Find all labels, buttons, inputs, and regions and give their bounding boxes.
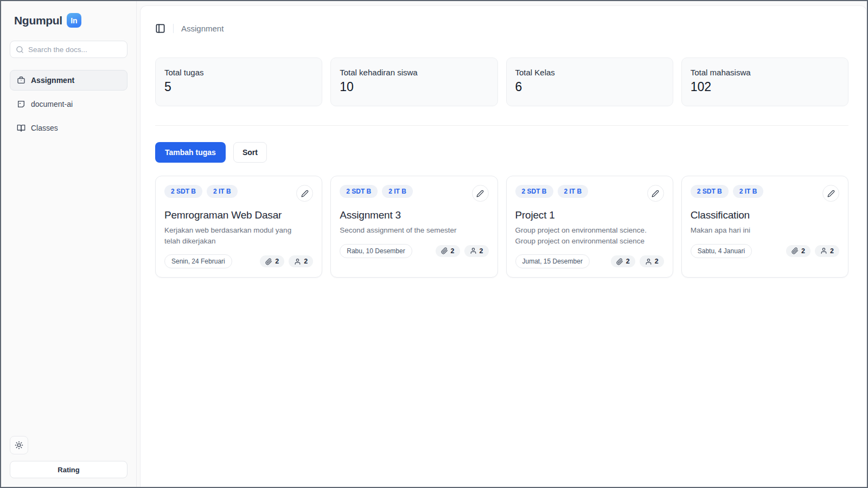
- stat-value: 5: [164, 80, 313, 94]
- user-icon: [820, 247, 827, 254]
- app-window: Ngumpul In Assignment document-ai: [1, 1, 867, 487]
- toolbar: Tambah tugas Sort: [155, 142, 848, 163]
- page-title: Assignment: [181, 24, 224, 33]
- assignment-title: Classification: [691, 209, 839, 221]
- people-count: 2: [464, 245, 489, 257]
- pencil-icon: [827, 190, 835, 197]
- paperclip-icon: [616, 258, 623, 265]
- user-icon: [294, 258, 301, 265]
- class-badge: 2 IT B: [558, 185, 589, 198]
- stats-row: Total tugas 5 Total kehadiran siswa 10 T…: [155, 57, 848, 106]
- sidebar-toggle-icon[interactable]: [155, 23, 165, 34]
- due-date-pill: Jumat, 15 Desember: [515, 254, 590, 268]
- people-value: 2: [655, 258, 659, 265]
- class-badge: 2 IT B: [207, 185, 238, 198]
- sidebar-footer: Rating: [10, 436, 127, 478]
- edit-assignment-button[interactable]: [296, 185, 313, 202]
- logo: Ngumpul In: [10, 9, 127, 28]
- stat-card-total-kelas: Total Kelas 6: [506, 57, 673, 106]
- assignment-title: Assignment 3: [340, 209, 488, 221]
- stat-label: Total mahasiswa: [691, 68, 839, 77]
- assignment-title: Project 1: [515, 209, 664, 221]
- people-count: 2: [815, 245, 839, 257]
- attachments-count: 2: [611, 255, 635, 267]
- stat-value: 10: [340, 80, 488, 94]
- class-badge: 2 IT B: [733, 185, 764, 198]
- assignment-card[interactable]: 2 SDT B 2 IT B Pemrograman Web Dasar Ker…: [155, 176, 322, 278]
- edit-assignment-button[interactable]: [472, 185, 489, 202]
- stat-value: 102: [691, 80, 839, 94]
- sidebar-item-label: document-ai: [31, 100, 73, 108]
- stat-card-total-kehadiran: Total kehadiran siswa 10: [330, 57, 497, 106]
- paperclip-icon: [441, 247, 448, 254]
- assignment-description: Group project on environmental science. …: [515, 225, 648, 246]
- assignment-cards: 2 SDT B 2 IT B Pemrograman Web Dasar Ker…: [155, 176, 848, 278]
- sidebar-item-label: Assignment: [31, 76, 74, 85]
- attachments-value: 2: [451, 247, 455, 255]
- assignment-card[interactable]: 2 SDT B 2 IT B Project 1 Group project o…: [506, 176, 673, 278]
- sidebar-item-document-ai[interactable]: document-ai: [10, 94, 127, 114]
- assignment-card[interactable]: 2 SDT B 2 IT B Assignment 3 Second assig…: [330, 176, 497, 278]
- pencil-icon: [301, 190, 309, 197]
- book-open-icon: [17, 124, 25, 132]
- attachments-value: 2: [275, 258, 279, 265]
- people-value: 2: [480, 247, 483, 255]
- theme-toggle-button[interactable]: [10, 436, 28, 454]
- paperclip-icon: [792, 247, 799, 254]
- due-date-pill: Senin, 24 Februari: [164, 254, 232, 268]
- class-badge: 2 IT B: [382, 185, 413, 198]
- user-icon: [645, 258, 652, 265]
- paperclip-icon: [265, 258, 272, 265]
- breadcrumb-separator: [173, 24, 174, 33]
- pencil-icon: [476, 190, 484, 197]
- assignment-description: Second assignment of the semester: [340, 225, 473, 236]
- stat-label: Total kehadiran siswa: [340, 68, 488, 77]
- sidebar-item-classes[interactable]: Classes: [10, 118, 127, 138]
- pencil-icon: [652, 190, 659, 197]
- attachments-value: 2: [801, 247, 805, 255]
- stat-label: Total Kelas: [515, 68, 664, 77]
- people-count: 2: [289, 255, 313, 267]
- class-badge: 2 SDT B: [164, 185, 202, 198]
- due-date-pill: Sabtu, 4 Januari: [691, 244, 752, 258]
- stat-label: Total tugas: [164, 68, 313, 77]
- due-date-pill: Rabu, 10 Desember: [340, 244, 412, 258]
- sidebar-item-assignment[interactable]: Assignment: [10, 70, 127, 91]
- rating-button[interactable]: Rating: [10, 461, 127, 478]
- logo-badge: In: [67, 13, 81, 28]
- sort-button[interactable]: Sort: [233, 142, 267, 163]
- user-icon: [470, 247, 477, 254]
- people-value: 2: [830, 247, 834, 255]
- search-icon: [16, 46, 24, 54]
- add-assignment-button[interactable]: Tambah tugas: [155, 142, 226, 163]
- attachments-value: 2: [626, 258, 630, 265]
- people-value: 2: [304, 258, 308, 265]
- main-backdrop: Assignment Total tugas 5 Total kehadiran…: [137, 1, 867, 487]
- sidebar-item-label: Classes: [31, 124, 58, 132]
- class-badge: 2 SDT B: [515, 185, 553, 198]
- attachments-count: 2: [786, 245, 810, 257]
- briefcase-icon: [17, 76, 25, 85]
- class-badge: 2 SDT B: [691, 185, 729, 198]
- assignment-description: Kerjakan web berdasarkan modul yang tela…: [164, 225, 297, 246]
- section-divider: [155, 125, 848, 126]
- sidebar: Ngumpul In Assignment document-ai: [1, 1, 137, 487]
- main-panel: Assignment Total tugas 5 Total kehadiran…: [140, 5, 867, 487]
- attachments-count: 2: [436, 245, 460, 257]
- class-badge: 2 SDT B: [340, 185, 378, 198]
- search-input[interactable]: [28, 46, 122, 54]
- sun-icon: [15, 441, 23, 450]
- search-box[interactable]: [10, 41, 127, 58]
- people-count: 2: [640, 255, 664, 267]
- attachments-count: 2: [260, 255, 284, 267]
- edit-assignment-button[interactable]: [822, 185, 839, 202]
- assignment-description: Makan apa hari ini: [691, 225, 824, 236]
- assignment-card[interactable]: 2 SDT B 2 IT B Classification Makan apa …: [681, 176, 848, 278]
- logo-text: Ngumpul: [14, 14, 62, 27]
- stat-value: 6: [515, 80, 664, 94]
- stat-card-total-tugas: Total tugas 5: [155, 57, 322, 106]
- assignment-title: Pemrograman Web Dasar: [164, 209, 313, 221]
- edit-assignment-button[interactable]: [647, 185, 664, 202]
- note-icon: [17, 100, 25, 108]
- breadcrumb: Assignment: [155, 23, 848, 34]
